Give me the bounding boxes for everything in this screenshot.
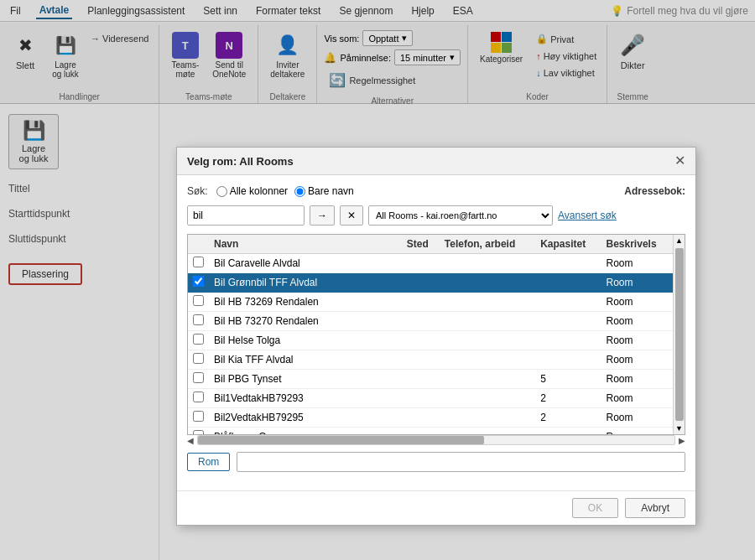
row-name: Blåfløyen Grupperom [209,428,402,435]
table-row[interactable]: Bil Helse Tolga Room [188,331,673,350]
row-telefon [440,254,535,273]
radio-alle-input[interactable] [216,186,227,197]
velg-rom-dialog: Velg rom: All Rooms ✕ Søk: Alle kolonner… [176,147,696,526]
row-beskrivelse: Room [601,408,673,428]
table-row[interactable]: Bil Grønnbil TFF Alvdal Room [188,273,673,293]
radio-group: Alle kolonner Bare navn [216,185,354,197]
row-kapasitet: 2 [535,389,601,408]
row-checkbox[interactable] [188,293,209,312]
row-checkbox[interactable] [188,428,209,435]
scroll-down-button[interactable]: ▼ [674,423,685,434]
row-kapasitet [535,331,601,350]
row-name: Bil Helse Tolga [209,331,402,350]
rom-button[interactable]: Rom [187,453,230,471]
vertical-scrollbar[interactable]: ▲ ▼ [673,235,685,434]
rooms-table: Navn Sted Telefon, arbeid Kapasitet Besk… [188,235,673,434]
row-kapasitet [535,254,601,273]
scroll-up-button[interactable]: ▲ [674,235,685,246]
radio-bare-navn[interactable]: Bare navn [294,185,354,197]
row-checkbox[interactable] [188,370,209,389]
adressebok-dropdown[interactable]: All Rooms - kai.roen@fartt.no [368,205,553,226]
rom-input[interactable] [237,452,685,472]
row-name: Bil1VedtakHB79293 [209,389,402,408]
row-telefon [440,389,535,408]
row-checkbox[interactable] [188,273,209,293]
row-checkbox[interactable] [188,389,209,408]
row-checkbox[interactable] [188,408,209,428]
hscroll-track[interactable] [197,435,675,445]
adressebok-label: Adressebok: [624,185,685,197]
table-row[interactable]: Bil HB 73269 Rendalen Room [188,293,673,312]
row-telefon [440,370,535,389]
col-checkbox [188,235,209,254]
modal-footer: OK Avbryt [177,490,695,525]
row-telefon [440,273,535,293]
ok-button[interactable]: OK [572,498,618,518]
table-row[interactable]: Bil Kia TFF Alvdal Room [188,350,673,370]
row-kapasitet [535,312,601,331]
row-beskrivelse: Room [601,350,673,370]
row-telefon [440,293,535,312]
table-scroll-area[interactable]: Navn Sted Telefon, arbeid Kapasitet Besk… [188,235,673,434]
row-sted [402,293,440,312]
row-checkbox[interactable] [188,350,209,370]
row-beskrivelse: Room [601,370,673,389]
row-kapasitet: 2 [535,408,601,428]
row-name: Bil Grønnbil TFF Alvdal [209,273,402,293]
search-options-row: Søk: Alle kolonner Bare navn Adressebok: [187,185,685,197]
row-kapasitet [535,350,601,370]
row-name: Bil Caravelle Alvdal [209,254,402,273]
hscroll-thumb [198,436,484,444]
search-go-button[interactable]: → [310,205,335,226]
row-kapasitet [535,273,601,293]
row-sted [402,389,440,408]
row-checkbox[interactable] [188,312,209,331]
row-beskrivelse: Room [601,331,673,350]
hscroll-left-button[interactable]: ◀ [187,436,194,445]
col-telefon: Telefon, arbeid [440,235,535,254]
col-sted: Sted [402,235,440,254]
col-navn: Navn [209,235,402,254]
table-row[interactable]: Bil HB 73270 Rendalen Room [188,312,673,331]
row-checkbox[interactable] [188,331,209,350]
row-kapasitet [535,293,601,312]
row-name: Bil PBG Tynset [209,370,402,389]
modal-close-button[interactable]: ✕ [674,154,685,168]
scroll-thumb[interactable] [675,248,684,421]
row-checkbox[interactable] [188,254,209,273]
table-row[interactable]: Bil PBG Tynset 5 Room [188,370,673,389]
radio-alle-kolonner[interactable]: Alle kolonner [216,185,288,197]
row-beskrivelse: Room [601,428,673,435]
bottom-row: Rom [187,452,685,472]
table-row[interactable]: Bil2VedtakHB79295 2 Room [188,408,673,428]
radio-bare-input[interactable] [294,186,305,197]
row-telefon [440,331,535,350]
hscroll-row: ◀ ▶ [187,435,685,445]
row-sted [402,350,440,370]
row-sted [402,331,440,350]
row-telefon [440,428,535,435]
col-beskrivelse: Beskrivels [601,235,673,254]
row-telefon [440,408,535,428]
hscroll-right-button[interactable]: ▶ [679,436,685,445]
search-clear-button[interactable]: ✕ [340,205,363,226]
modal-title-bar: Velg rom: All Rooms ✕ [177,148,695,175]
adressebok-section: Adressebok: [624,185,685,197]
search-input[interactable] [187,205,305,226]
avansert-link[interactable]: Avansert søk [558,210,617,221]
modal-overlay: Velg rom: All Rooms ✕ Søk: Alle kolonner… [0,0,755,560]
table-row[interactable]: Blåfløyen Grupperom Room [188,428,673,435]
row-beskrivelse: Room [601,312,673,331]
row-beskrivelse: Room [601,389,673,408]
table-row[interactable]: Bil1VedtakHB79293 2 Room [188,389,673,408]
row-name: Bil Kia TFF Alvdal [209,350,402,370]
row-kapasitet [535,428,601,435]
row-telefon [440,350,535,370]
table-wrapper: Navn Sted Telefon, arbeid Kapasitet Besk… [187,234,685,435]
row-sted [402,254,440,273]
row-sted [402,312,440,331]
table-row[interactable]: Bil Caravelle Alvdal Room [188,254,673,273]
row-sted [402,428,440,435]
row-beskrivelse: Room [601,273,673,293]
avbryt-button[interactable]: Avbryt [625,498,685,518]
